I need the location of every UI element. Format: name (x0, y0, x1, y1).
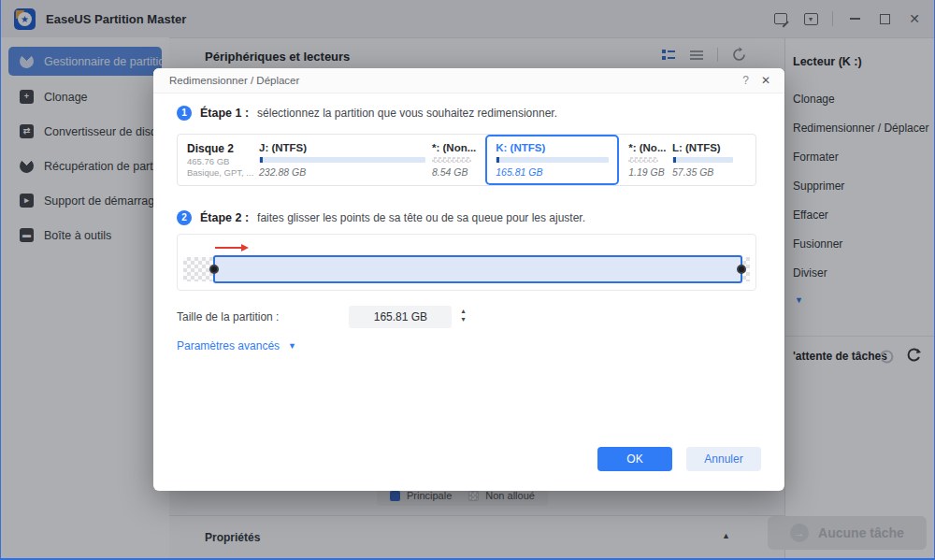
step2-text: faites glisser les points de sa tête ou … (257, 211, 585, 224)
resize-move-dialog: Redimensionner / Déplacer ? ✕ 1 Étape 1 … (153, 68, 784, 491)
dialog-title: Redimensionner / Déplacer (169, 75, 299, 86)
size-stepper[interactable]: ▴▾ (461, 307, 465, 323)
unallocated-bar (628, 157, 658, 163)
advanced-settings-label: Paramètres avancés (177, 339, 280, 352)
dialog-help-icon[interactable]: ? (742, 74, 749, 87)
disk-size: 465.76 GB (187, 156, 250, 167)
ok-button[interactable]: OK (597, 447, 672, 471)
resize-track (183, 255, 750, 283)
step1-number-icon: 1 (177, 106, 192, 121)
cancel-button[interactable]: Annuler (686, 447, 761, 471)
partition-size-row: Taille de la partition : ▴▾ (177, 306, 452, 328)
chevron-down-icon: ▼ (288, 341, 296, 351)
size-input-wrap: ▴▾ (349, 306, 452, 328)
partition-unallocated-1[interactable]: *: (Non... 8.54 GB (432, 142, 483, 178)
partition-strip: Disque 2 465.76 GB Basique, GPT, ... J: … (177, 134, 756, 186)
app-window: ★ EaseUS Partition Master ▾ ✕ Gestionnai… (0, 0, 935, 560)
disk-name: Disque 2 (187, 142, 250, 156)
step2-bold: Étape 2 : (200, 211, 249, 224)
partition-unallocated-2[interactable]: *: (No... 1.19 GB (628, 142, 670, 178)
drag-hint-arrow-icon (215, 244, 249, 251)
partition-size-input[interactable] (349, 306, 452, 328)
partition-l[interactable]: L: (NTFS) 57.35 GB (672, 142, 746, 178)
partition-usage-bar (672, 157, 733, 163)
partition-size-label: Taille de la partition : (177, 310, 279, 323)
dialog-close-icon[interactable]: ✕ (761, 74, 770, 87)
disk-info: Disque 2 465.76 GB Basique, GPT, ... (187, 142, 250, 179)
partition-k-selected[interactable]: K: (NTFS) 165.81 GB (485, 135, 619, 185)
partition-j[interactable]: J: (NTFS) 232.88 GB (259, 142, 425, 178)
partition-usage-bar (496, 157, 609, 163)
dialog-header: Redimensionner / Déplacer ? ✕ (153, 68, 784, 93)
partition-usage-bar (259, 157, 425, 163)
resize-handle-tail[interactable] (737, 265, 746, 274)
advanced-settings-link[interactable]: Paramètres avancés ▼ (177, 339, 296, 352)
partition-resize-bar[interactable] (213, 255, 742, 283)
step2-line: 2 Étape 2 : faites glisser les points de… (177, 210, 585, 225)
step1-text: sélectionnez la partition que vous souha… (257, 107, 557, 120)
step2-number-icon: 2 (177, 210, 192, 225)
unallocated-bar (432, 157, 471, 163)
step1-bold: Étape 1 : (200, 107, 249, 120)
step1-line: 1 Étape 1 : sélectionnez la partition qu… (177, 106, 557, 121)
resize-slider-box (177, 234, 756, 291)
resize-handle-head[interactable] (209, 265, 219, 274)
disk-type: Basique, GPT, ... (187, 167, 250, 179)
